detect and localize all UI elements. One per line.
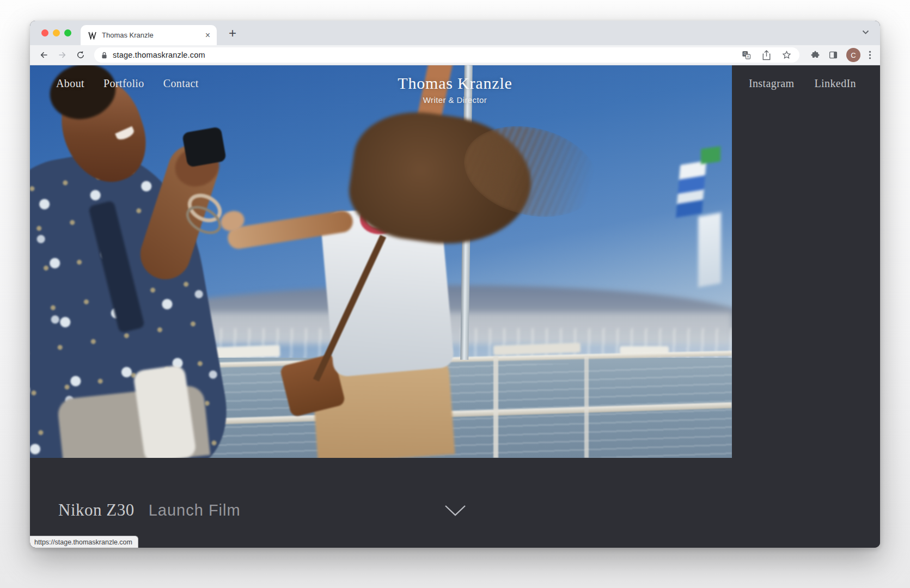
share-icon[interactable]	[762, 50, 771, 60]
tab-strip: Thomas Kranzle × +	[30, 21, 880, 45]
project-type[interactable]: Launch Film	[149, 501, 241, 519]
lock-icon[interactable]	[101, 51, 108, 59]
address-bar[interactable]: stage.thomaskranzle.com G A	[94, 47, 799, 63]
url-text[interactable]: stage.thomaskranzle.com	[113, 51, 736, 59]
nav-link-about[interactable]: About	[56, 77, 84, 90]
scene-flag-green	[701, 146, 720, 164]
toolbar-right-cluster: C	[806, 48, 875, 62]
scroll-down-chevron-icon[interactable]	[444, 504, 467, 517]
tab-close-icon[interactable]: ×	[204, 31, 211, 40]
window-minimize-button[interactable]	[53, 29, 60, 36]
window-close-button[interactable]	[41, 29, 48, 36]
profile-avatar[interactable]: C	[846, 48, 860, 62]
window-zoom-button[interactable]	[64, 29, 71, 36]
browser-tab[interactable]: Thomas Kranzle ×	[81, 25, 217, 45]
social-nav: Instagram LinkedIn	[749, 77, 856, 90]
nav-link-portfolio[interactable]: Portfolio	[103, 77, 144, 90]
nav-link-contact[interactable]: Contact	[163, 77, 199, 90]
w-monogram-icon	[88, 31, 97, 40]
project-row[interactable]: Nikon Z30 Launch Film	[58, 500, 241, 520]
forward-icon[interactable]	[54, 47, 70, 63]
tab-title: Thomas Kranzle	[102, 31, 199, 39]
extensions-puzzle-icon[interactable]	[810, 50, 820, 60]
back-icon[interactable]	[35, 47, 52, 63]
omnibox-action-icons: G A	[741, 50, 792, 60]
scene-railing-post	[584, 356, 589, 458]
hero-video	[30, 65, 732, 458]
scene-camera	[182, 126, 227, 168]
social-link-linkedin[interactable]: LinkedIn	[814, 77, 856, 90]
social-link-instagram[interactable]: Instagram	[749, 77, 795, 90]
scene-railing-post	[493, 356, 498, 458]
tab-search-chevron-icon[interactable]	[862, 30, 869, 34]
bookmark-star-icon[interactable]	[781, 50, 792, 60]
link-status-tooltip: https://stage.thomaskranzle.com	[30, 536, 138, 548]
new-tab-button[interactable]: +	[225, 26, 240, 41]
more-menu-icon[interactable]	[869, 50, 871, 60]
side-panel-icon[interactable]	[828, 50, 838, 60]
main-nav: About Portfolio Contact	[56, 77, 199, 90]
scene-flag-blue-white	[676, 161, 706, 218]
translate-icon[interactable]: G A	[741, 50, 752, 60]
project-name[interactable]: Nikon Z30	[58, 500, 135, 520]
browser-window: Thomas Kranzle × +	[30, 21, 880, 548]
browser-toolbar: stage.thomaskranzle.com G A	[30, 45, 880, 65]
window-controls	[41, 29, 71, 36]
svg-text:A: A	[747, 55, 749, 58]
page-viewport: About Portfolio Contact Thomas Kranzle W…	[30, 65, 880, 548]
scene-flag-white	[698, 212, 721, 287]
reload-icon[interactable]	[72, 47, 89, 63]
